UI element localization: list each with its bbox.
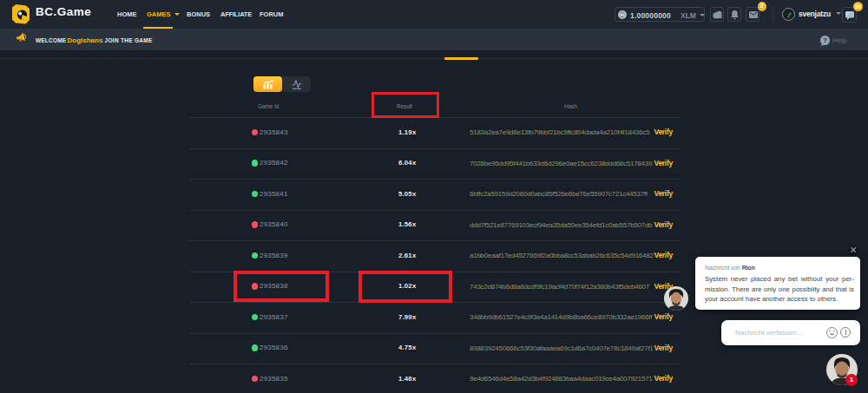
svg-text:?: ? (823, 36, 827, 44)
